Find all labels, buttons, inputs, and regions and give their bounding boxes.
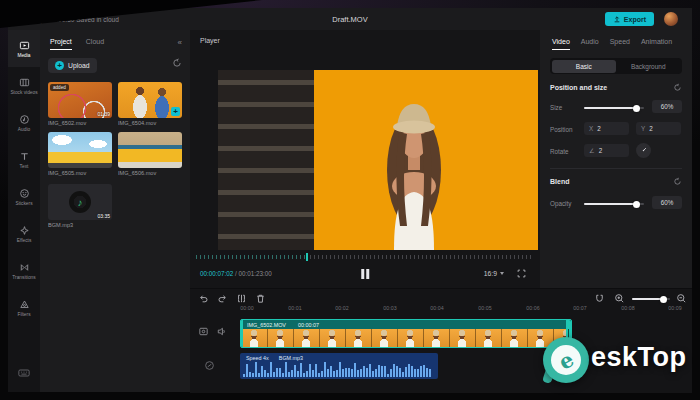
rotate-value: 2 [599, 147, 603, 154]
chevron-down-icon [500, 272, 504, 275]
scrubber-playhead[interactable] [306, 253, 308, 261]
position-x-field[interactable]: X 2 [584, 122, 629, 135]
tab-audio[interactable]: Audio [581, 38, 599, 50]
transitions-icon [19, 262, 30, 273]
track-mute-icon[interactable] [216, 326, 227, 337]
player-panel-title: Player [200, 37, 220, 44]
fullscreen-icon[interactable] [517, 269, 526, 278]
sidebar-label: Stock videos [10, 90, 37, 95]
shortcut-keys-icon[interactable] [18, 368, 30, 378]
sidebar-label: Filters [17, 312, 30, 317]
ruler-tick: 00:05 [467, 305, 503, 311]
sidebar-item-stock-videos[interactable]: Stock videos [8, 67, 40, 104]
sidebar-item-audio[interactable]: Audio [8, 104, 40, 141]
tab-video[interactable]: Video [552, 38, 570, 50]
pause-button[interactable] [361, 269, 369, 279]
sidebar-item-filters[interactable]: Filters [8, 289, 40, 326]
sidebar-label: Audio [18, 127, 30, 132]
aspect-ratio-value: 16:9 [484, 270, 497, 277]
audio-track-icon[interactable] [204, 360, 215, 371]
media-item-name: IMG_6505.mov [48, 170, 112, 176]
ruler-tick: 00:06 [515, 305, 551, 311]
tab-cloud[interactable]: Cloud [86, 38, 104, 50]
media-duration: 01:39 [97, 111, 110, 117]
reset-position-icon[interactable] [673, 83, 682, 92]
current-time: 00:00:07:02 [200, 270, 233, 277]
video-filmstrip [241, 329, 571, 347]
sidebar-item-transitions[interactable]: Transitions [8, 252, 40, 289]
scrubber-elapsed [196, 255, 306, 259]
zoom-in-icon[interactable] [614, 293, 625, 304]
export-upload-icon [613, 15, 621, 23]
sidebar-label: Text [20, 164, 29, 169]
redo-icon[interactable] [217, 293, 228, 304]
size-value[interactable]: 60% [652, 100, 682, 113]
sidebar-label: Effects [17, 238, 32, 243]
player-panel: Player [190, 30, 541, 288]
ruler-tick: 00:03 [372, 305, 408, 311]
ruler-tick: 00:07 [562, 305, 598, 311]
watermark-text: eskTop [591, 342, 687, 373]
split-icon[interactable] [236, 293, 247, 304]
sidebar-item-stickers[interactable]: Stickers [8, 178, 40, 215]
media-item-thumbnail[interactable]: added 01:39 [48, 82, 112, 118]
inspector-tabs: Video Audio Speed Animation [552, 38, 672, 50]
rotate-dial-button[interactable] [636, 143, 651, 158]
media-item-thumbnail[interactable] [118, 132, 182, 168]
audio-waveform [243, 362, 435, 377]
section-blend: Blend [550, 178, 569, 185]
player-scrubber[interactable] [196, 254, 534, 260]
reset-blend-icon[interactable] [673, 177, 682, 186]
tab-project[interactable]: Project [50, 38, 72, 50]
tab-speed[interactable]: Speed [610, 38, 630, 50]
media-item-thumbnail[interactable]: + [118, 82, 182, 118]
section-position-size: Position and size [550, 84, 607, 91]
refresh-icon[interactable] [172, 58, 182, 68]
stock-videos-icon [19, 77, 30, 88]
added-badge: added [50, 84, 69, 91]
timeline-video-clip[interactable]: IMG_6502.MOV 00:00:07 [240, 319, 572, 348]
snapping-icon[interactable] [594, 293, 605, 304]
rotate-field[interactable]: ∠ 2 [584, 144, 629, 157]
tab-animation[interactable]: Animation [641, 38, 672, 50]
export-button[interactable]: Export [605, 12, 654, 26]
delete-icon[interactable] [255, 293, 266, 304]
preview-frame [218, 70, 538, 250]
opacity-slider[interactable] [584, 203, 644, 205]
size-slider[interactable] [584, 107, 644, 109]
ruler-tick: 00:00 [229, 305, 265, 311]
track-cover-icon[interactable] [198, 326, 209, 337]
sidebar-item-text[interactable]: Text [8, 141, 40, 178]
opacity-value[interactable]: 60% [652, 196, 682, 209]
clip-left-handle[interactable] [241, 320, 243, 347]
audio-clip-speed: Speed 4x [246, 355, 269, 361]
video-preview[interactable] [218, 70, 538, 250]
sidebar-item-media[interactable]: Media [8, 30, 40, 67]
undo-icon[interactable] [198, 293, 209, 304]
zoom-out-icon[interactable] [676, 293, 687, 304]
opacity-label: Opacity [550, 200, 571, 207]
preview-person [387, 104, 441, 250]
sidebar-item-effects[interactable]: Effects [8, 215, 40, 252]
timeline-audio-clip[interactable]: Speed 4x BGM.mp3 [240, 353, 438, 379]
aspect-ratio-selector[interactable]: 16:9 [484, 270, 504, 277]
plus-icon: + [55, 61, 64, 70]
upload-label: Upload [68, 62, 90, 69]
basic-background-switch: Basic Background [550, 58, 682, 74]
size-label: Size [550, 104, 562, 111]
collapse-panel-icon[interactable]: « [178, 38, 182, 47]
user-avatar[interactable] [664, 12, 678, 26]
add-to-timeline-icon[interactable]: + [171, 107, 180, 116]
upload-button[interactable]: + Upload [48, 58, 97, 73]
position-y-field[interactable]: Y 2 [636, 122, 681, 135]
tool-sidebar: Media Stock videos Audio Text Stickers E… [8, 30, 41, 392]
media-item-name: IMG_6506.mov [118, 170, 182, 176]
media-item-thumbnail[interactable] [48, 132, 112, 168]
media-item-thumbnail[interactable]: ♪ 03:35 [48, 184, 112, 220]
timeline-zoom-slider[interactable] [632, 298, 670, 300]
project-tabs: Project Cloud [50, 38, 104, 50]
subtab-background[interactable]: Background [616, 60, 681, 73]
sidebar-label: Stickers [15, 201, 32, 206]
ruler-tick: 00:08 [610, 305, 646, 311]
subtab-basic[interactable]: Basic [552, 60, 617, 73]
